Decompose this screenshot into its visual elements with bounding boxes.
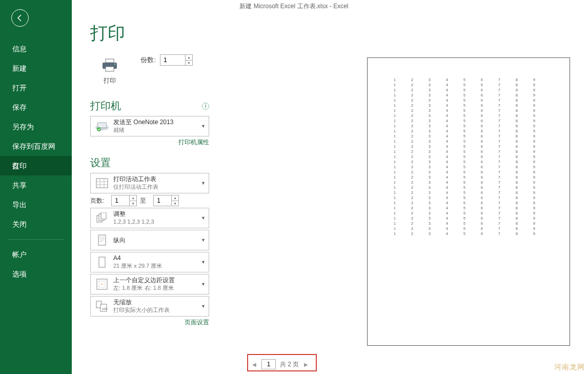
margins-icon [94, 277, 110, 291]
printer-name: 发送至 OneNote 2013 [113, 119, 206, 126]
sidebar-item-9[interactable]: 关闭 [0, 214, 72, 234]
paper-size-select[interactable]: A421 厘米 x 29.7 厘米 ▼ [90, 252, 209, 272]
chevron-down-icon: ▼ [201, 260, 206, 265]
svg-rect-0 [106, 59, 114, 63]
margins-select[interactable]: 上一个自定义边距设置左: 1.8 厘米 右: 1.8 厘米 ▼ [90, 274, 209, 294]
sidebar-item-account[interactable]: 帐户 [0, 245, 72, 264]
window-title: 新建 Microsoft Excel 工作表.xlsx - Excel [0, 0, 588, 12]
pages-from-spinbox[interactable]: ▲▼ [111, 195, 137, 206]
printer-properties-link[interactable]: 打印机属性 [178, 139, 209, 146]
spin-up-icon[interactable]: ▲ [186, 55, 192, 61]
sheet-icon [94, 176, 110, 190]
arrow-left-icon [16, 14, 24, 22]
sidebar-item-1[interactable]: 新建 [0, 58, 72, 78]
sidebar-item-2[interactable]: 打开 [0, 78, 72, 97]
sidebar-item-7[interactable]: 共享 [0, 175, 72, 195]
page-range-row: 页数: ▲▼ 至 ▲▼ [90, 195, 209, 206]
pages-from-input[interactable] [112, 195, 129, 206]
copies-label: 份数: [140, 55, 156, 65]
print-what-select[interactable]: 打印活动工作表仅打印活动工作表 ▼ [90, 173, 209, 193]
pages-label: 页数: [90, 196, 104, 205]
sidebar-item-options[interactable]: 选项 [0, 264, 72, 284]
sidebar-separator [8, 239, 64, 240]
page-navigator: ◀ 共 2 页 ▶ [251, 359, 309, 369]
printer-status: 就绪 [113, 126, 206, 134]
svg-rect-5 [97, 123, 107, 128]
svg-rect-12 [99, 257, 105, 267]
sidebar-item-0[interactable]: 信息 [0, 39, 72, 58]
svg-point-3 [114, 64, 115, 65]
sidebar-item-8[interactable]: 导出 [0, 195, 72, 214]
preview-content: 1234567891234567891234567891234567891234… [386, 77, 551, 237]
svg-rect-10 [101, 212, 106, 219]
info-icon[interactable]: i [202, 103, 209, 110]
sidebar-item-5[interactable]: 保存到百度网盘 [0, 136, 72, 156]
backstage-sidebar: 信息新建打开保存另存为保存到百度网盘打印共享导出关闭 帐户 选项 [0, 0, 72, 374]
current-page-input[interactable] [261, 359, 276, 369]
chevron-down-icon: ▼ [201, 124, 206, 129]
sidebar-item-6[interactable]: 打印 [0, 156, 72, 175]
orientation-select[interactable]: 纵向 ▼ [90, 230, 209, 250]
svg-rect-2 [106, 67, 114, 71]
printer-icon [100, 57, 119, 73]
scaling-select[interactable]: 100 无缩放打印实际大小的工作表 ▼ [90, 296, 209, 317]
portrait-icon [94, 233, 110, 247]
page-title: 打印 [90, 22, 588, 45]
page-setup-link[interactable]: 页面设置 [185, 319, 209, 326]
collate-icon [94, 211, 110, 225]
printer-heading: 打印机 i [90, 99, 209, 113]
copies-spinbox[interactable]: ▲▼ [160, 54, 193, 66]
total-pages-label: 共 2 页 [280, 360, 299, 369]
next-page-button[interactable]: ▶ [303, 361, 309, 368]
prev-page-button[interactable]: ◀ [251, 361, 257, 368]
svg-text:100: 100 [102, 307, 108, 310]
chevron-down-icon: ▼ [201, 238, 206, 243]
chevron-down-icon: ▼ [201, 215, 206, 221]
copies-input[interactable] [160, 55, 185, 65]
chevron-down-icon: ▼ [201, 282, 206, 287]
print-button-label: 打印 [100, 76, 119, 85]
svg-point-6 [97, 127, 101, 131]
chevron-down-icon: ▼ [201, 304, 206, 309]
pages-to-input[interactable] [154, 195, 171, 206]
back-button[interactable] [11, 9, 29, 27]
scale-icon: 100 [94, 299, 110, 313]
page-icon [94, 255, 110, 269]
sidebar-item-3[interactable]: 保存 [0, 97, 72, 117]
chevron-down-icon: ▼ [201, 181, 206, 186]
pages-to-label: 至 [140, 196, 146, 205]
watermark: 河南龙网 [554, 363, 585, 372]
collate-select[interactable]: 调整1,2,3 1,2,3 1,2,3 ▼ [90, 208, 209, 228]
spin-down-icon[interactable]: ▼ [186, 61, 192, 66]
copies-row: 份数: ▲▼ [140, 54, 193, 66]
print-button[interactable]: 打印 [90, 52, 129, 90]
printer-select[interactable]: 发送至 OneNote 2013 就绪 ▼ [90, 116, 209, 136]
svg-rect-7 [96, 179, 108, 188]
sidebar-item-4[interactable]: 另存为 [0, 117, 72, 136]
print-preview: 1234567891234567891234567891234567891234… [367, 57, 570, 346]
printer-device-icon [94, 119, 110, 133]
pages-to-spinbox[interactable]: ▲▼ [153, 195, 179, 206]
